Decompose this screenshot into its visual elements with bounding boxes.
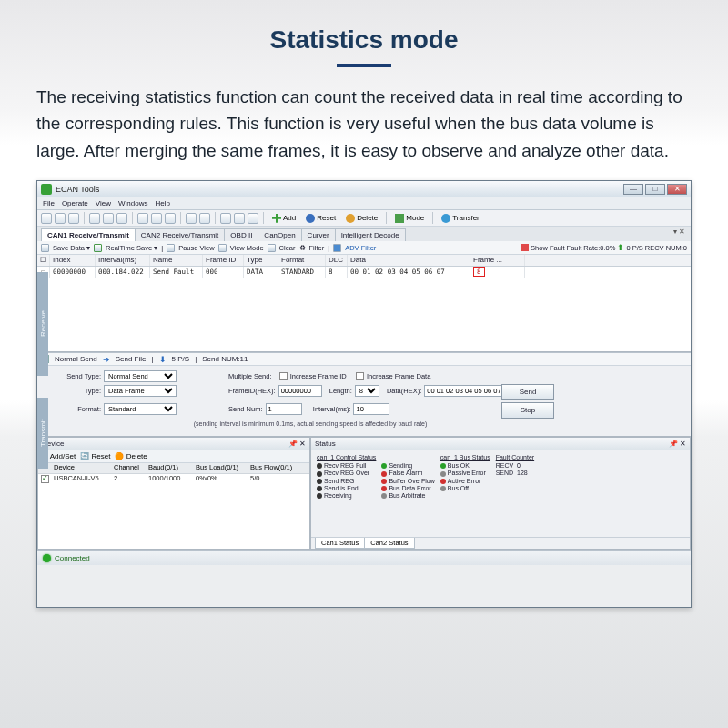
- tabs-close-icon[interactable]: ▾ ✕: [673, 228, 685, 236]
- save-data-icon: [41, 244, 49, 252]
- save-icon[interactable]: [68, 213, 79, 224]
- device-panel-pin-icon[interactable]: 📌 ✕: [288, 440, 306, 448]
- send-toolbar: Normal Send ➜ Send File | ⬇ 5 P/S | Send…: [37, 352, 691, 366]
- tool1-icon[interactable]: [186, 213, 197, 224]
- send-type-select[interactable]: Normal Send: [104, 370, 177, 382]
- increase-id-checkbox[interactable]: [279, 372, 288, 380]
- mode-button[interactable]: Mode: [391, 212, 428, 225]
- can2-status-tab[interactable]: Can2 Status: [364, 538, 414, 549]
- filter-button[interactable]: Filter: [309, 244, 325, 252]
- connected-label: Connected: [55, 554, 90, 562]
- grid-header: ☐ Index Interval(ms) Name Frame ID Type …: [37, 255, 691, 267]
- pause-view-button[interactable]: Pause View: [178, 244, 214, 252]
- grid-col-format: Format: [278, 255, 326, 266]
- clear-button[interactable]: Clear: [279, 244, 296, 252]
- edit-icon[interactable]: [137, 213, 148, 224]
- window-maximize-button[interactable]: □: [645, 184, 665, 195]
- delete-button[interactable]: Delete: [342, 212, 381, 225]
- grid-col-interval: Interval(ms): [96, 255, 150, 266]
- show-fault-icon: [521, 244, 529, 251]
- save-data-button[interactable]: Save Data ▾: [53, 244, 90, 252]
- pause-icon[interactable]: [103, 213, 114, 224]
- status-panel-title: Status: [315, 440, 336, 448]
- tool5-icon[interactable]: [248, 213, 258, 224]
- send-num-input[interactable]: [266, 403, 302, 415]
- tool4-icon[interactable]: [234, 213, 245, 224]
- can1-status-tab[interactable]: Can1 Status: [315, 538, 365, 549]
- receive-toolbar: Save Data ▾ RealTime Save ▾ | Pause View…: [37, 241, 691, 255]
- tab-decode[interactable]: Intelligent Decode: [335, 228, 406, 241]
- delete-icon: [346, 214, 355, 223]
- adv-filter-button[interactable]: ADV Filter: [345, 244, 376, 252]
- clear-icon: [268, 244, 276, 252]
- window-close-button[interactable]: ✕: [667, 184, 687, 195]
- window-minimize-button[interactable]: —: [623, 184, 643, 195]
- device-row-checkbox[interactable]: [41, 475, 49, 483]
- receive-sidetab: Receive: [37, 272, 48, 376]
- tab-canopen[interactable]: CanOpen: [258, 228, 301, 241]
- fault-counter-header: Fault Counter: [496, 454, 534, 460]
- grid-col-data: Data: [348, 255, 470, 266]
- app-window: Receive Transmit ECAN Tools — □ ✕ File O…: [36, 180, 692, 608]
- up-arrow-icon: ⬆: [617, 243, 624, 252]
- menu-file[interactable]: File: [43, 199, 55, 207]
- status-panel-pin-icon[interactable]: 📌 ✕: [669, 440, 686, 448]
- reset-button[interactable]: Reset: [302, 212, 339, 225]
- window-titlebar: ECAN Tools — □ ✕: [37, 181, 691, 197]
- view-mode-button[interactable]: View Mode: [230, 244, 264, 252]
- mode-icon: [395, 214, 404, 223]
- tab-curver[interactable]: Curver: [301, 228, 336, 241]
- interval-input[interactable]: [353, 403, 389, 415]
- bus-status-header: can_1 Bus Status: [440, 454, 490, 460]
- send-button[interactable]: Send: [501, 384, 554, 400]
- length-select[interactable]: 8: [355, 385, 379, 397]
- receive-grid: ☐ Index Interval(ms) Name Frame ID Type …: [37, 255, 691, 352]
- tab-can1[interactable]: CAN1 Receive/Transmit: [41, 228, 136, 241]
- menubar: File Operate View Windows Help: [37, 197, 691, 210]
- fault-rate-label: Fault Rate:0.0%: [567, 244, 616, 252]
- tab-obd2[interactable]: OBD II: [224, 228, 258, 241]
- play-icon[interactable]: [89, 213, 100, 224]
- frame-id-input[interactable]: [278, 385, 322, 397]
- menu-view[interactable]: View: [96, 199, 111, 207]
- menu-operate[interactable]: Operate: [62, 199, 88, 207]
- grid-col-frameid: Frame ID: [203, 255, 244, 266]
- transfer-button[interactable]: Transfer: [438, 212, 483, 225]
- send-note: (sending interval is minimum 0.1ms, actu…: [56, 420, 565, 427]
- window-title: ECAN Tools: [56, 185, 623, 194]
- device-panel: Device📌 ✕ ✎ Add/Set 🔄 Reset 🟠 Delete Dev…: [37, 437, 310, 550]
- page-description: The receiving statistics function can co…: [0, 84, 728, 164]
- view-mode-icon: [218, 244, 227, 252]
- device-delete-button[interactable]: 🟠 Delete: [115, 452, 147, 460]
- grid-col-select: ☐: [37, 255, 50, 266]
- tab-can2[interactable]: CAN2 Receive/Transmit: [135, 228, 226, 241]
- menu-help[interactable]: Help: [155, 199, 169, 207]
- show-fault-button[interactable]: Show Fault: [531, 244, 565, 252]
- connected-led-icon: [43, 554, 51, 562]
- transfer-icon: [441, 214, 450, 223]
- realtime-save-button[interactable]: RealTime Save ▾: [106, 244, 157, 252]
- grid-row[interactable]: ☐ 00000000 000.184.022 Send Fault 000 DA…: [37, 267, 691, 278]
- statusbar: Connected: [37, 550, 691, 565]
- add-button[interactable]: Add: [268, 212, 299, 225]
- realtime-save-icon: [94, 244, 102, 252]
- new-icon[interactable]: [41, 213, 52, 224]
- frame-type-select[interactable]: Data Frame: [104, 385, 177, 397]
- copy-icon[interactable]: [165, 213, 176, 224]
- format-select[interactable]: Standard: [104, 403, 177, 415]
- app-icon: [41, 184, 52, 195]
- cut-icon[interactable]: [151, 213, 162, 224]
- menu-windows[interactable]: Windows: [118, 199, 147, 207]
- tool3-icon[interactable]: [220, 213, 231, 224]
- tool2-icon[interactable]: [199, 213, 210, 224]
- send-file-button[interactable]: Send File: [116, 355, 147, 363]
- stop-icon[interactable]: [116, 213, 127, 224]
- device-reset-button[interactable]: 🔄 Reset: [80, 452, 110, 460]
- pause-view-icon: [167, 244, 175, 252]
- recv-num-label: RECV NUM:0: [645, 244, 687, 252]
- stop-button[interactable]: Stop: [501, 402, 554, 419]
- increase-data-checkbox[interactable]: [356, 372, 364, 380]
- status-panel: Status📌 ✕ can_1 Control Status Recv REG …: [310, 437, 691, 550]
- open-icon[interactable]: [55, 213, 66, 224]
- device-row[interactable]: USBCAN-II-V5 2 1000/1000 0%/0% 5/0: [38, 474, 309, 485]
